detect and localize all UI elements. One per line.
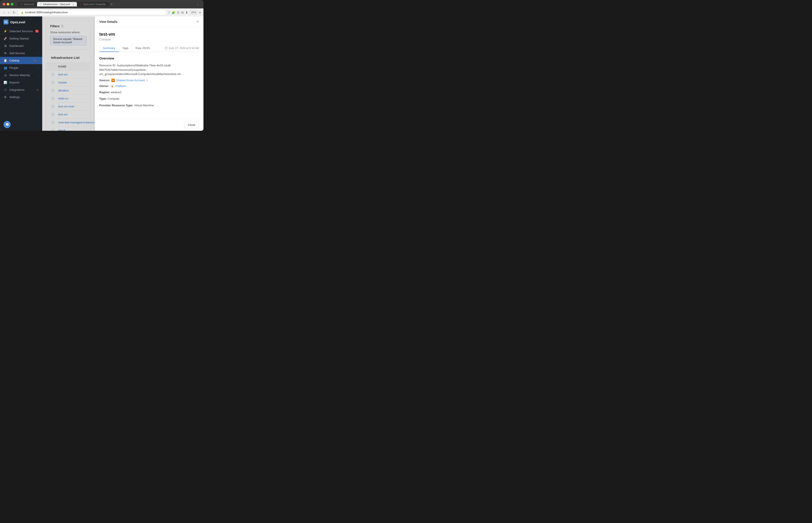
table-row[interactable]: 📄 abcdecc Serverless Function Function A…	[47, 87, 90, 94]
minimize-window-button[interactable]	[7, 3, 9, 5]
row-doc-icon: 📄	[51, 73, 58, 76]
table-row[interactable]: 📄 test-vm-vnet Network Virtual Network e…	[47, 103, 90, 111]
sidebar-item-dashboard[interactable]: ⊞ Dashboard	[0, 42, 42, 50]
azure-source-icon: ▲	[111, 78, 115, 82]
overview-section-title: Overview	[99, 56, 199, 60]
sidebar: OL OpsLevel ⚡ Detected Services 1 🚀 Gett…	[0, 16, 42, 131]
bookmarks-icon[interactable]: ⊟	[181, 11, 184, 14]
browser-tab-opslevel[interactable]: ⬡ OpsLevel	[18, 2, 37, 6]
row-doc-icon: 📄	[51, 113, 58, 116]
service-maturity-icon: ◎	[3, 73, 7, 77]
table-row[interactable]: 📄 vnet-test-managed-instance-cc Network …	[47, 119, 90, 127]
sidebar-item-settings[interactable]: ⚙ Settings ›	[0, 93, 42, 101]
sidebar-item-reports[interactable]: 📊 Reports ›	[0, 79, 42, 86]
resource-name: test-vm	[99, 32, 199, 37]
row-doc-icon: 📄	[51, 105, 58, 108]
filter-label: Show resources where:	[50, 31, 87, 34]
people-label: People	[9, 66, 36, 70]
maximize-window-button[interactable]	[11, 3, 13, 5]
vpn-button[interactable]: VPN	[190, 11, 197, 14]
table-row[interactable]: 📄 master Database SQL Database uaenorth	[47, 78, 90, 87]
source-link[interactable]: Shared Azure Account	[116, 78, 145, 82]
self-service-label: Self-Service	[9, 52, 36, 55]
detected-services-label: Detected Services	[9, 30, 33, 33]
detected-services-icon: ⚡	[3, 30, 7, 33]
row-doc-icon: 📄	[51, 89, 58, 92]
sidebar-navigation: ⚡ Detected Services 1 🚀 Getting Started …	[0, 28, 42, 118]
sidebar-item-self-service[interactable]: ⚙ Self-Service ›	[0, 50, 42, 57]
browser-tab-graphql[interactable]: ⬡ OpsLevel | GraphiQL	[77, 2, 109, 6]
sidebar-footer: 💬	[0, 118, 42, 131]
owner-team-icon: 🔒	[111, 84, 114, 88]
table-row[interactable]: 📄 test-vm Compute Virtual Machine westus…	[47, 71, 90, 78]
row-doc-icon: 📄	[51, 81, 58, 84]
sidebar-item-catalog[interactable]: 📋 Catalog ● ›	[0, 57, 42, 64]
reports-chevron-icon: ›	[38, 81, 39, 84]
back-button[interactable]: ‹	[3, 10, 5, 15]
settings-chevron-icon: ›	[38, 96, 39, 98]
detected-services-badge: 1	[35, 30, 39, 33]
extensions-icon[interactable]: 🧩	[172, 11, 175, 14]
catalog-view: Filters ? Show resources where: Source e…	[42, 16, 94, 131]
table-row[interactable]: 📄 test-fr Database SQL Database uaenorth	[47, 127, 90, 131]
tab-raw-json[interactable]: Raw JSON	[132, 44, 153, 52]
catalog-chevron-icon: ›	[38, 59, 39, 62]
settings-label: Settings	[9, 95, 36, 99]
new-tab-button[interactable]: +	[109, 2, 114, 7]
address-bar[interactable]: 🔒 localhost:3000/catalog/infrastructure	[18, 10, 166, 15]
reports-icon: 📊	[3, 81, 7, 84]
browser-titlebar: ⬡ OpsLevel ⬡ Infrastructure - OpsLevel ✕…	[0, 0, 204, 8]
sidebar-item-getting-started[interactable]: 🚀 Getting Started	[0, 35, 42, 42]
panel-body: test-vm Compute Summary Tags Raw JSON 🕐 …	[95, 27, 204, 119]
app-body: OL OpsLevel ⚡ Detected Services 1 🚀 Gett…	[0, 16, 204, 131]
tab-tags[interactable]: Tags	[119, 44, 132, 52]
panel-close-button[interactable]: ✕	[196, 20, 199, 23]
filter-chip[interactable]: Source equals 'Shared Azure Account'	[50, 36, 87, 46]
service-maturity-label: Service Maturity	[9, 73, 36, 77]
source-field: Source: ▲ Shared Azure Account ⧉	[99, 78, 199, 82]
sidebar-item-detected-services[interactable]: ⚡ Detected Services 1	[0, 28, 42, 35]
share-icon[interactable]: ⤴	[169, 11, 170, 14]
table-row[interactable]: 📄 test-vm Compute Virtual Machine eastus	[47, 111, 90, 119]
people-chevron-icon: ›	[38, 67, 39, 69]
sidebar-logo-text: OpsLevel	[10, 20, 25, 24]
integrations-icon: ⬡	[3, 88, 7, 91]
owner-link[interactable]: Platform	[116, 84, 126, 88]
close-window-button[interactable]	[3, 3, 5, 5]
url-text: localhost:3000/catalog/infrastructure	[25, 11, 68, 14]
split-view-icon[interactable]: ⊡	[177, 11, 179, 14]
panel-tabs: Summary Tags Raw JSON 🕐 June 27, 2024 at…	[99, 44, 199, 52]
sidebar-item-integrations[interactable]: ⬡ Integrations ⚠	[0, 86, 42, 93]
integrations-label: Integrations	[9, 88, 34, 91]
downloads-icon[interactable]: ⬇	[186, 11, 188, 14]
sidebar-item-people[interactable]: 👥 People ›	[0, 64, 42, 71]
chat-button[interactable]: 💬	[3, 121, 11, 128]
sidebar-item-service-maturity[interactable]: ◎ Service Maturity ›	[0, 71, 42, 79]
integrations-warning-icon: ⚠	[37, 89, 39, 91]
close-button[interactable]: Close	[184, 122, 199, 128]
region-field: Region: westus2	[99, 90, 199, 94]
menu-icon[interactable]: ≡	[199, 11, 201, 14]
service-maturity-chevron-icon: ›	[38, 74, 39, 76]
browser-tab-infrastructure[interactable]: ⬡ Infrastructure - OpsLevel ✕	[37, 2, 77, 6]
catalog-icon: 📋	[3, 59, 7, 62]
getting-started-label: Getting Started	[9, 37, 39, 40]
opslevel-logo-icon: OL	[3, 20, 8, 24]
tab-summary[interactable]: Summary	[99, 44, 119, 52]
dashboard-icon: ⊞	[3, 44, 7, 48]
forward-button[interactable]: ›	[7, 10, 10, 15]
table-header: Name Type Provider Resource Type Region	[47, 63, 90, 71]
dashboard-label: Dashboard	[9, 44, 39, 48]
panel-title: View Details	[99, 20, 117, 23]
resource-type: Compute	[99, 38, 199, 41]
row-doc-icon: 📄	[51, 97, 58, 100]
infra-list-title: Infrastructure List	[47, 53, 90, 63]
table-row[interactable]: 📄 redis-cc Cache Cache for Redis southea…	[47, 94, 90, 103]
tab-close-icon[interactable]: ✕	[72, 3, 74, 5]
people-icon: 👥	[3, 66, 7, 70]
refresh-button[interactable]: ↻	[12, 10, 16, 15]
catalog-dot-icon: ●	[35, 59, 36, 61]
external-link-icon: ⧉	[146, 79, 148, 82]
traffic-lights	[3, 3, 13, 5]
panel-footer: Close	[95, 119, 204, 131]
